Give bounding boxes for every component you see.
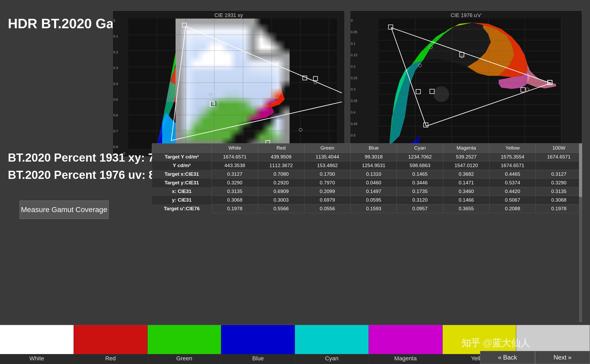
table-cell: 0.5566 bbox=[258, 204, 304, 213]
col-header-blue: Blue bbox=[350, 144, 397, 153]
table-cell: 439.9509 bbox=[258, 153, 304, 161]
row-header: y: CIE31 bbox=[152, 196, 212, 204]
table-cell: 1254.9531 bbox=[350, 161, 397, 170]
chart1-canvas bbox=[123, 19, 342, 149]
table-cell: 0.3290 bbox=[211, 179, 258, 187]
cie1976-chart: CIE 1976 u'v' 0.55 0.5 0.45 0.4 0.35 0.3… bbox=[350, 10, 582, 157]
back-button[interactable]: « Back bbox=[480, 351, 535, 364]
swatch-color-block bbox=[0, 325, 74, 354]
next-button[interactable]: Next » bbox=[535, 351, 590, 364]
table-cell: 0.1466 bbox=[443, 196, 489, 204]
table-cell: 443.3538 bbox=[211, 161, 258, 170]
col-header-cyan: Cyan bbox=[397, 144, 443, 153]
color-swatch[interactable]: Green bbox=[148, 325, 221, 364]
row-header: x: CIE31 bbox=[152, 187, 212, 196]
table-cell: 0.3127 bbox=[211, 170, 258, 179]
table-row: y: CIE310.30680.30030.69790.05950.31200.… bbox=[152, 196, 582, 204]
row-header: Target x:CIE31 bbox=[152, 170, 212, 179]
table-cell: 0.3120 bbox=[397, 196, 443, 204]
table-row: Target x:CIE310.31270.70800.17000.13100.… bbox=[152, 170, 582, 179]
table-row: Y cd/m²443.35381112.3672153.48621254.953… bbox=[152, 161, 582, 170]
table-cell: 0.4465 bbox=[489, 170, 536, 179]
chart2-svg bbox=[361, 19, 579, 149]
next-label: Next bbox=[554, 354, 566, 361]
table-cell: 0.3682 bbox=[443, 170, 489, 179]
table-cell: 0.7080 bbox=[258, 170, 304, 179]
table-cell: 0.1978 bbox=[536, 204, 582, 213]
col-header-green: Green bbox=[304, 144, 350, 153]
row-header: Target y:CIE31 bbox=[152, 179, 212, 187]
color-swatch[interactable]: Cyan bbox=[295, 325, 369, 364]
row-header: Y cd/m² bbox=[152, 161, 212, 170]
chart2-y-labels: 0.55 0.5 0.45 0.4 0.35 0.3 0.25 0.2 0.15… bbox=[351, 19, 357, 149]
table-cell: 0.3068 bbox=[211, 196, 258, 204]
table-cell: 0.3135 bbox=[536, 187, 582, 196]
table-cell: 1234.7062 bbox=[397, 153, 443, 161]
table-cell: 1674.6571 bbox=[211, 153, 258, 161]
table-cell: 0.3655 bbox=[443, 204, 489, 213]
chart2-canvas bbox=[361, 19, 579, 149]
swatch-color-block bbox=[221, 325, 295, 354]
chart1-y-labels: 0.8 0.7 0.6 0.5 0.4 0.3 0.2 0.1 0 bbox=[113, 19, 118, 149]
cie1931-chart: CIE 1931 xy 0.8 0.7 0.6 0.5 0.4 0.3 0.2 … bbox=[113, 10, 345, 157]
table-cell: 0.1700 bbox=[304, 170, 350, 179]
color-swatch[interactable]: White bbox=[0, 325, 74, 364]
watermark: 知乎 @蓝大仙人 bbox=[461, 337, 530, 350]
measure-button[interactable]: Measure Gamut Coverage bbox=[20, 201, 109, 219]
swatch-label: Blue bbox=[252, 355, 264, 362]
table-cell: 0.5374 bbox=[489, 179, 536, 187]
scroll-indicator[interactable] bbox=[579, 143, 582, 322]
table-cell: 0.1471 bbox=[443, 179, 489, 187]
table-row: Target Y cd/m²1674.6571439.95091135.4044… bbox=[152, 153, 582, 161]
table-cell: 1674.6571 bbox=[536, 153, 582, 161]
table-cell: 0.1593 bbox=[350, 204, 397, 213]
swatch-color-block bbox=[74, 325, 147, 354]
table-row: Target y:CIE310.32900.29200.79700.04600.… bbox=[152, 179, 582, 187]
table-cell: 0.2099 bbox=[304, 187, 350, 196]
table-cell: 1135.4044 bbox=[304, 153, 350, 161]
col-header-white: White bbox=[211, 144, 258, 153]
row-header: Target u':CIE76 bbox=[152, 204, 212, 213]
nav-buttons: « Back Next » bbox=[480, 351, 590, 364]
table-row: x: CIE310.31350.69090.20990.14970.17350.… bbox=[152, 187, 582, 196]
table-cell: 1112.3672 bbox=[258, 161, 304, 170]
table-cell: 539.2527 bbox=[443, 153, 489, 161]
col-header-red: Red bbox=[258, 144, 304, 153]
col-header-magenta: Magenta bbox=[443, 144, 489, 153]
table-cell: 1674.6571 bbox=[489, 161, 536, 170]
color-swatch[interactable]: Magenta bbox=[369, 325, 443, 364]
swatch-label: Red bbox=[105, 355, 116, 362]
table-cell: 0.2088 bbox=[489, 204, 536, 213]
chart1-title: CIE 1931 xy bbox=[214, 12, 243, 18]
table-cell: 0.1735 bbox=[397, 187, 443, 196]
table-cell: 0.3127 bbox=[536, 170, 582, 179]
table-cell: 0.1497 bbox=[350, 187, 397, 196]
table-row: Target u':CIE760.19780.55660.05560.15930… bbox=[152, 204, 582, 213]
next-icon: » bbox=[568, 354, 571, 361]
chart1-svg bbox=[123, 19, 342, 149]
col-header-row bbox=[152, 144, 212, 153]
table-cell: 0.0595 bbox=[350, 196, 397, 204]
table-cell: 0.6909 bbox=[258, 187, 304, 196]
table-cell: 1575.3554 bbox=[489, 153, 536, 161]
chart2-title: CIE 1976 u'v' bbox=[451, 12, 482, 18]
swatch-label: Cyan bbox=[325, 355, 338, 362]
table-cell: 0.1465 bbox=[397, 170, 443, 179]
table-cell bbox=[536, 161, 582, 170]
table-cell: 0.0556 bbox=[304, 204, 350, 213]
color-swatch[interactable]: Blue bbox=[221, 325, 295, 364]
table-cell: 0.3460 bbox=[443, 187, 489, 196]
data-table: White Red Green Blue Cyan Magenta Yellow… bbox=[152, 143, 582, 213]
swatch-color-block bbox=[148, 325, 221, 354]
table-cell: 0.3446 bbox=[397, 179, 443, 187]
table-cell: 0.3003 bbox=[258, 196, 304, 204]
col-header-100w: 100W bbox=[536, 144, 582, 153]
table-cell: 0.4420 bbox=[489, 187, 536, 196]
col-header-yellow: Yellow bbox=[489, 144, 536, 153]
swatch-label: Magenta bbox=[394, 355, 417, 362]
color-swatch[interactable]: Red bbox=[74, 325, 148, 364]
table-cell: 153.4862 bbox=[304, 161, 350, 170]
back-label: Back bbox=[503, 354, 517, 361]
scroll-thumb bbox=[579, 143, 582, 197]
table-cell: 0.3135 bbox=[211, 187, 258, 196]
